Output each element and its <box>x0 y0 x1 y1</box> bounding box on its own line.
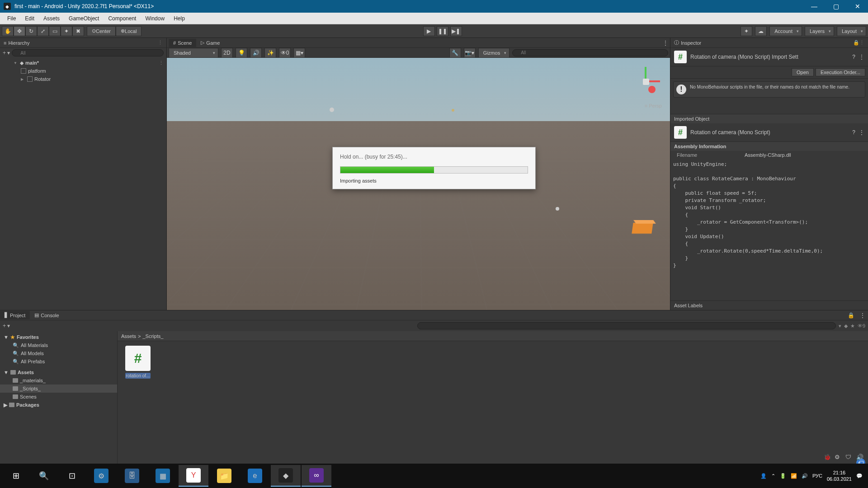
inspector-tab[interactable]: ⓘ Inspector <box>674 39 701 46</box>
hierarchy-item[interactable]: ▶ Rotator <box>0 75 166 83</box>
panel-menu-icon[interactable]: ⋮ <box>859 40 864 46</box>
custom-tool-icon[interactable]: ✖ <box>72 26 84 36</box>
menu-assets[interactable]: Assets <box>39 14 64 23</box>
menu-file[interactable]: File <box>3 14 20 23</box>
people-icon[interactable]: 👤 <box>760 473 767 479</box>
favorite-filter-icon[interactable]: ◆ <box>844 323 848 329</box>
breadcrumb-item[interactable]: _Scripts_ <box>142 333 163 339</box>
taskbar-app[interactable]: 🗄 <box>117 465 147 487</box>
shading-dropdown[interactable]: Shaded <box>169 48 218 58</box>
volume-icon[interactable]: 🔊 <box>802 473 808 479</box>
move-tool-icon[interactable]: ✥ <box>14 26 25 36</box>
scene-search-input[interactable] <box>512 49 668 56</box>
battery-icon[interactable]: 🔋 <box>780 473 786 479</box>
fx-icon[interactable]: ✨ <box>264 48 276 58</box>
create-dropdown-icon[interactable]: + ▾ <box>3 323 10 329</box>
tray-icon[interactable]: 🐞 <box>824 454 832 462</box>
favorite-item[interactable]: 🔍 All Materials <box>0 341 117 349</box>
menu-window[interactable]: Window <box>141 14 169 23</box>
taskbar-app[interactable]: ⚙ <box>86 465 116 487</box>
scene-object-cube[interactable] <box>632 223 653 234</box>
game-tab[interactable]: ▷ Game <box>196 38 224 47</box>
hierarchy-item[interactable]: platform <box>0 67 166 75</box>
space-toggle[interactable]: ⊕Local <box>116 26 142 36</box>
menu-gameobject[interactable]: GameObject <box>64 14 104 23</box>
lighting-icon[interactable]: 💡 <box>236 48 247 58</box>
help-icon[interactable]: ? <box>852 54 855 60</box>
lock-icon[interactable]: 🔒 <box>845 312 857 319</box>
assets-folder[interactable]: ▼Assets <box>0 368 117 376</box>
project-tab[interactable]: ▋ Project <box>0 311 30 319</box>
tray-up-icon[interactable]: ⌃ <box>771 473 775 479</box>
2d-toggle[interactable]: 2D <box>221 48 233 58</box>
open-button[interactable]: Open <box>792 68 814 76</box>
menu-component[interactable]: Component <box>104 14 141 23</box>
pivot-toggle[interactable]: ⊙Center <box>87 26 116 36</box>
menu-help[interactable]: Help <box>169 14 189 23</box>
start-button[interactable]: ⊞ <box>2 464 30 488</box>
execution-order-button[interactable]: Execution Order... <box>816 68 865 76</box>
step-button[interactable]: ▶❚ <box>450 26 462 36</box>
favorites-header[interactable]: ▼★Favorites <box>0 333 117 341</box>
scale-tool-icon[interactable]: ⤢ <box>37 26 49 36</box>
taskbar-app[interactable]: Y <box>179 465 208 487</box>
component-menu-icon[interactable]: ⋮ <box>859 129 864 136</box>
favorite-item[interactable]: 🔍 All Prefabs <box>0 357 117 366</box>
asset-item[interactable]: # rotation of... <box>122 346 154 380</box>
breadcrumb-item[interactable]: Assets <box>121 333 136 339</box>
tray-icon[interactable]: ⚙ <box>835 454 843 462</box>
grid-icon[interactable]: ▦▾ <box>293 48 305 58</box>
cloud-icon[interactable]: ☁ <box>755 26 767 36</box>
tray-icon[interactable]: 🔊 <box>856 454 864 462</box>
favorite-item[interactable]: 🔍 All Models <box>0 349 117 357</box>
folder-item[interactable]: _Scripts_ <box>0 385 117 393</box>
task-view-icon[interactable]: ⊡ <box>58 464 86 488</box>
star-filter-icon[interactable]: ★ <box>850 323 855 329</box>
folder-item[interactable]: _materials_ <box>0 376 117 385</box>
tools-icon[interactable]: 🔧 <box>449 48 461 58</box>
create-dropdown-icon[interactable]: + ▾ <box>3 50 10 56</box>
project-search-input[interactable] <box>417 322 836 329</box>
packages-folder[interactable]: ▶Packages <box>0 401 117 409</box>
layout-dropdown[interactable]: Layout <box>837 26 866 36</box>
hidden-count-icon[interactable]: 👁9 <box>858 323 865 329</box>
folder-item[interactable]: Scenes <box>0 393 117 401</box>
layers-dropdown[interactable]: Layers <box>805 26 834 36</box>
taskbar-app[interactable]: e <box>240 465 270 487</box>
gizmos-dropdown[interactable]: Gizmos <box>478 48 509 58</box>
console-tab[interactable]: ▤ Console <box>30 311 63 319</box>
taskbar-app[interactable]: 📁 <box>209 465 239 487</box>
panel-menu-icon[interactable]: ⋮ <box>663 40 668 46</box>
taskbar-app[interactable]: ◆ <box>271 465 301 487</box>
help-icon[interactable]: ? <box>852 129 855 136</box>
clock[interactable]: 21:16 06.03.2021 <box>827 469 852 482</box>
projection-label[interactable]: ≡ Persp <box>645 103 662 108</box>
maximize-button[interactable]: ▢ <box>829 0 843 13</box>
lock-icon[interactable]: 🔒 <box>853 40 859 46</box>
camera-icon[interactable]: 📷▾ <box>464 48 476 58</box>
play-button[interactable]: ▶ <box>423 26 435 36</box>
wifi-icon[interactable]: 📶 <box>791 473 797 479</box>
panel-menu-icon[interactable]: ⋮ <box>158 40 163 46</box>
rotate-tool-icon[interactable]: ↻ <box>25 26 37 36</box>
hidden-objects-icon[interactable]: 👁 0 <box>279 48 291 58</box>
account-dropdown[interactable]: Account <box>769 26 802 36</box>
panel-menu-icon[interactable]: ⋮ <box>857 312 868 319</box>
filter-icon[interactable]: ▾ <box>839 323 841 329</box>
rect-tool-icon[interactable]: ▭ <box>49 26 61 36</box>
scene-menu-icon[interactable]: ⋮ <box>159 60 164 66</box>
menu-edit[interactable]: Edit <box>20 14 39 23</box>
taskbar-app[interactable]: ▦ <box>148 465 178 487</box>
taskbar-app[interactable]: ∞ <box>302 465 331 487</box>
transform-tool-icon[interactable]: ✦ <box>61 26 72 36</box>
collab-icon[interactable]: ✦ <box>741 26 752 36</box>
scene-row[interactable]: ▼ ◆ main* ⋮ <box>0 59 166 67</box>
tray-icon[interactable]: 🛡 <box>845 454 854 462</box>
search-icon[interactable]: 🔍 <box>30 464 58 488</box>
hierarchy-search-input[interactable] <box>12 49 164 56</box>
pause-button[interactable]: ❚❚ <box>437 26 448 36</box>
language-indicator[interactable]: РУС <box>812 473 822 479</box>
scene-tab[interactable]: # Scene <box>169 39 196 47</box>
orientation-gizmo[interactable] <box>630 67 662 99</box>
hierarchy-tab[interactable]: ≡ Hierarchy <box>4 40 30 46</box>
